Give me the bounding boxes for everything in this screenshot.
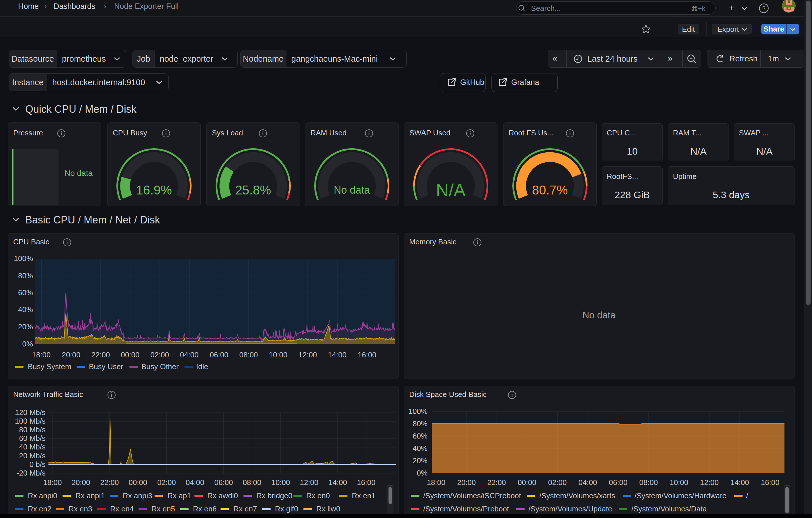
svg-text:?: ? (762, 5, 765, 11)
